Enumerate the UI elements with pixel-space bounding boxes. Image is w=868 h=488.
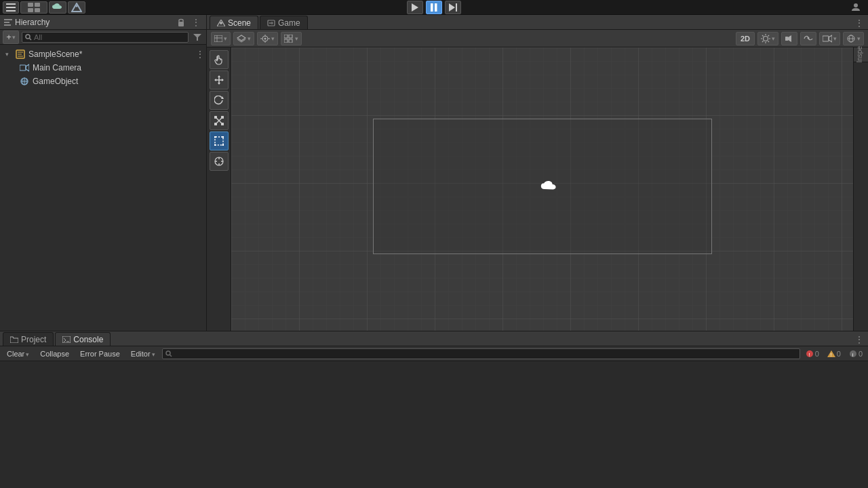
pivot-btn[interactable] (257, 32, 278, 45)
camera-view-btn[interactable] (819, 32, 840, 45)
svg-point-53 (764, 36, 768, 41)
svg-rect-18 (178, 22, 184, 26)
hierarchy-lock-btn[interactable] (175, 17, 187, 28)
shading-icon (214, 35, 222, 42)
audio-btn[interactable] (781, 32, 797, 45)
svg-line-96 (64, 338, 66, 340)
hierarchy-search[interactable]: All (22, 32, 189, 43)
scene-view (231, 47, 853, 331)
layers-dropdown[interactable] (233, 32, 254, 45)
gizmos-btn[interactable] (843, 32, 864, 45)
hierarchy-menu-btn[interactable]: ⋮ (190, 16, 202, 28)
play-button[interactable] (407, 1, 423, 14)
warning-count-area: ! 0 (825, 350, 844, 358)
svg-marker-66 (829, 35, 832, 42)
console-search[interactable] (162, 348, 800, 359)
rect-tool-btn[interactable] (210, 131, 229, 150)
svg-marker-73 (218, 83, 220, 85)
svg-point-86 (214, 144, 216, 146)
scene-menu-btn[interactable]: ⋮ (194, 48, 206, 60)
hand-tool-btn[interactable] (210, 50, 229, 69)
error-count-icon: ! (806, 350, 814, 358)
camera-view-chevron (833, 35, 837, 42)
hierarchy-list-icon (4, 19, 12, 26)
grid-icon-btn[interactable] (20, 1, 47, 14)
hierarchy-gameobject-item[interactable]: GameObject (0, 75, 206, 88)
scene-tab-icon (217, 20, 225, 26)
bottom-panel-menu[interactable]: ⋮ (853, 333, 865, 346)
tab-console[interactable]: Console (55, 332, 111, 346)
main-camera-label: Main Camera (33, 63, 81, 73)
tab-game[interactable]: Game (260, 16, 308, 29)
svg-rect-78 (221, 116, 224, 119)
svg-point-14 (854, 3, 858, 7)
svg-text:!: ! (830, 352, 831, 357)
move-tool-btn[interactable] (210, 70, 229, 89)
hierarchy-filter-btn[interactable] (191, 31, 203, 43)
svg-rect-79 (214, 123, 217, 125)
shading-dropdown[interactable] (211, 32, 231, 45)
grid-snap-btn[interactable] (281, 32, 302, 45)
hand-icon (214, 54, 224, 65)
hierarchy-camera-item[interactable]: Main Camera (0, 61, 206, 75)
svg-rect-81 (221, 123, 224, 125)
hierarchy-title: Hierarchy (15, 18, 172, 27)
tab-project[interactable]: Project (3, 332, 54, 346)
menu-icon-btn[interactable] (3, 1, 19, 14)
step-button[interactable] (445, 1, 461, 14)
upper-area: Hierarchy ⋮ + All (0, 15, 868, 331)
info-count-icon: i (849, 350, 857, 358)
top-bar-left (3, 1, 85, 14)
hierarchy-content: SampleScene* ⋮ Main Camera GameObject (0, 45, 206, 331)
audio-icon (785, 34, 794, 43)
svg-line-100 (170, 354, 172, 357)
svg-marker-21 (193, 34, 201, 41)
error-pause-btn[interactable]: Error Pause (76, 348, 124, 360)
fx-btn[interactable] (800, 32, 816, 45)
scene-name: SampleScene* (28, 49, 82, 59)
tab-scene[interactable]: Scene (210, 16, 258, 29)
lighting-btn[interactable] (757, 32, 778, 45)
clear-btn[interactable]: Clear (3, 348, 33, 360)
scene-icon (15, 49, 26, 60)
rotate-tool-btn[interactable] (210, 91, 229, 110)
snap-chevron (295, 35, 298, 42)
svg-rect-5 (28, 8, 33, 12)
svg-marker-12 (449, 3, 455, 12)
scene-panel-menu[interactable]: ⋮ (853, 17, 865, 29)
camera-view-icon (823, 35, 832, 43)
add-object-btn[interactable]: + (3, 30, 19, 44)
combined-tool-btn[interactable] (210, 152, 229, 171)
combined-icon (214, 157, 224, 166)
svg-rect-38 (214, 35, 222, 42)
warning-count-icon: ! (827, 350, 835, 358)
add-chevron (12, 33, 16, 41)
svg-rect-17 (4, 24, 11, 26)
bottom-tabs: Project Console ⋮ (0, 331, 868, 346)
svg-rect-51 (284, 39, 288, 43)
svg-point-44 (264, 37, 267, 39)
collapse-btn[interactable]: Collapse (36, 348, 73, 360)
rect-icon (214, 136, 224, 146)
main-layout: Hierarchy ⋮ + All (0, 15, 868, 488)
scene-tabs: Scene Game ⋮ (207, 15, 868, 30)
svg-marker-75 (222, 79, 224, 81)
top-bar (0, 0, 868, 15)
svg-marker-63 (788, 35, 791, 42)
shading-chevron (224, 35, 227, 42)
hierarchy-search-placeholder: All (34, 33, 42, 41)
collab-btn[interactable] (68, 1, 85, 14)
cloud-btn[interactable] (49, 1, 66, 14)
2d-toggle-btn[interactable]: 2D (736, 32, 755, 45)
hierarchy-header: Hierarchy ⋮ (0, 15, 206, 30)
top-bar-right (846, 3, 865, 12)
svg-rect-13 (456, 3, 457, 12)
editor-dropdown-btn[interactable]: Editor (127, 348, 159, 360)
pause-button[interactable] (426, 1, 442, 14)
console-search-icon (165, 350, 172, 357)
grid-snap-icon (284, 35, 294, 43)
layers-chevron (248, 35, 251, 42)
hierarchy-scene-item[interactable]: SampleScene* ⋮ (0, 47, 206, 61)
scale-tool-btn[interactable] (210, 111, 229, 130)
svg-rect-65 (823, 36, 829, 41)
